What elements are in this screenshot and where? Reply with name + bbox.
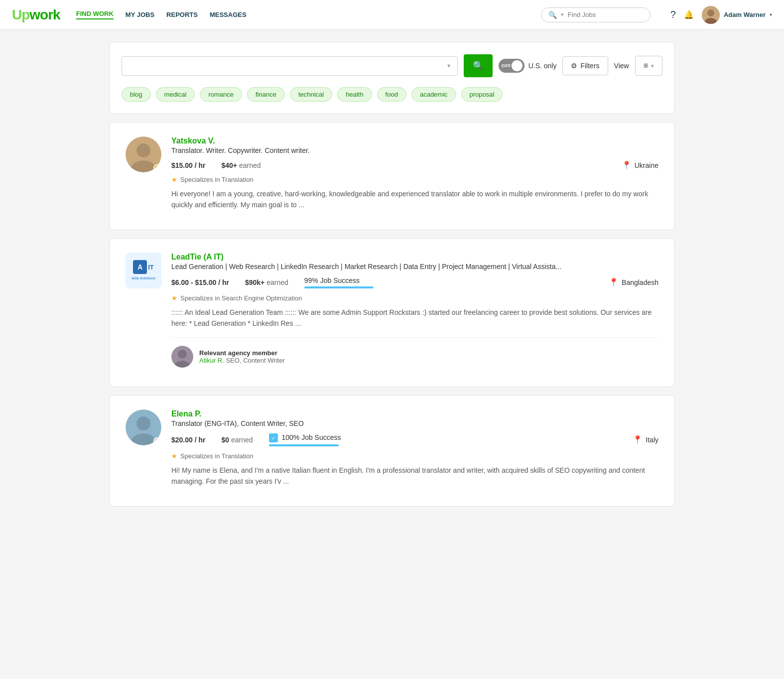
shield-icon: ✓ [269, 433, 278, 442]
agency-logo-leadtie: A IT Atik Infotech [126, 253, 161, 288]
search-button[interactable]: 🔍 [464, 54, 493, 77]
freelancer-name-leadtie[interactable]: LeadTie (A IT) [171, 253, 658, 262]
location-elena: 📍 Italy [633, 435, 658, 444]
view-label: View [614, 62, 629, 70]
tag-finance[interactable]: finance [247, 87, 285, 102]
toggle-knob [512, 60, 523, 71]
star-icon-elena: ★ [171, 452, 177, 460]
nav-my-jobs[interactable]: MY JOBS [126, 11, 154, 18]
rate-leadtie: $6.00 - $15.00 / hr [171, 278, 229, 286]
freelancer-name-elena[interactable]: Elena P. [171, 409, 658, 418]
tag-proposal[interactable]: proposal [461, 87, 503, 102]
card-info-leadtie: LeadTie (A IT) Lead Generation | Web Res… [171, 253, 658, 368]
earned-elena: $0 earned [222, 436, 253, 444]
filters-label: Filters [580, 62, 599, 70]
card-header-elena: Elena P. Translator (ENG-ITA), Content W… [126, 409, 658, 487]
specializes-leadtie: ★ Specializes in Search Engine Optimizat… [171, 294, 658, 302]
nav-reports[interactable]: REPORTS [166, 11, 198, 18]
earned-yatskova: $40+ earned [222, 161, 261, 169]
help-button[interactable]: ? [670, 9, 676, 20]
agency-member-avatar-leadtie [171, 346, 193, 368]
tag-academic[interactable]: academic [411, 87, 456, 102]
specializes-text-leadtie: Specializes in Search Engine Optimizatio… [180, 294, 302, 302]
specializes-text-elena: Specializes in Translation [180, 452, 254, 460]
freelancer-title-leadtie: Lead Generation | Web Research | LinkedI… [171, 263, 658, 271]
tag-blog[interactable]: blog [122, 87, 151, 102]
status-dot-yatskova [153, 164, 160, 171]
nav-search-input[interactable] [568, 11, 643, 18]
job-success-elena: ✓ 100% Job Success [269, 433, 341, 447]
job-success-label-leadtie: 99% Job Success [304, 276, 360, 284]
freelancer-avatar-yatskova [126, 136, 161, 172]
agency-member-label-leadtie: Relevant agency member [199, 349, 285, 357]
filters-icon: ⚙ [571, 62, 577, 70]
freelancer-avatar-elena [126, 409, 161, 445]
agency-member-leadtie: Relevant agency member Atikur R. SEO, Co… [171, 337, 658, 368]
card-header-leadtie: A IT Atik Infotech LeadTie (A IT) Lead G… [126, 253, 658, 368]
navbar: Upwork FIND WORK MY JOBS REPORTS MESSAGE… [0, 0, 784, 30]
us-only-toggle[interactable]: OFF [499, 59, 524, 73]
search-button-icon: 🔍 [473, 60, 484, 71]
specializes-text-yatskova: Specializes in Translation [180, 176, 254, 183]
star-icon-yatskova: ★ [171, 176, 177, 183]
search-input[interactable]: content writer [129, 62, 447, 70]
nav-find-work[interactable]: FIND WORK [76, 10, 114, 19]
tags-row: blogmedicalromancefinancetechnicalhealth… [122, 87, 662, 102]
specializes-elena: ★ Specializes in Translation [171, 452, 658, 460]
agency-member-name-role: Atikur R. SEO, Content Writer [199, 357, 285, 364]
job-success-leadtie: 99% Job Success [304, 276, 374, 288]
location-icon-yatskova: 📍 [622, 160, 632, 170]
job-success-bar-leadtie [304, 286, 374, 288]
nav-search-box[interactable]: 🔍 ▾ [541, 7, 651, 22]
search-container: content writer ▾ 🔍 OFF U.S. only ⚙ Filte… [109, 42, 675, 114]
job-success-label-elena: ✓ 100% Job Success [269, 433, 341, 443]
toggle-label: OFF [502, 63, 512, 68]
nav-search-icon: 🔍 [548, 11, 557, 19]
job-success-bar-wrap-elena [269, 444, 339, 446]
search-input-wrap[interactable]: content writer ▾ [122, 56, 458, 76]
card-info-elena: Elena P. Translator (ENG-ITA), Content W… [171, 409, 658, 487]
svg-point-4 [136, 143, 150, 157]
user-avatar [702, 6, 720, 24]
agency-member-role-leadtie: SEO, Content Writer [226, 357, 284, 364]
location-label-leadtie: Bangladesh [622, 278, 658, 286]
card-info-yatskova: Yatskova V. Translator. Writer. Copywrit… [171, 136, 658, 211]
user-name: Adam Warner [724, 11, 766, 18]
job-success-bar-wrap-leadtie [304, 286, 374, 288]
search-dropdown-icon[interactable]: ▾ [447, 62, 450, 69]
card-header-yatskova: Yatskova V. Translator. Writer. Copywrit… [126, 136, 658, 211]
status-dot-elena [153, 437, 160, 444]
location-label-elena: Italy [646, 436, 658, 444]
freelancer-title-yatskova: Translator. Writer. Copywriter. Content … [171, 146, 658, 154]
rate-elena: $20.00 / hr [171, 436, 206, 444]
view-toggle[interactable]: ≡ ▾ [635, 56, 662, 76]
svg-point-7 [178, 350, 187, 359]
user-menu[interactable]: Adam Warner ▾ [702, 6, 772, 24]
upwork-logo[interactable]: Upwork [12, 7, 60, 23]
svg-point-10 [136, 416, 150, 430]
freelancer-name-yatskova[interactable]: Yatskova V. [171, 136, 658, 145]
tag-romance[interactable]: romance [200, 87, 242, 102]
main-content: content writer ▾ 🔍 OFF U.S. only ⚙ Filte… [93, 30, 691, 519]
location-leadtie: 📍 Bangladesh [609, 277, 658, 287]
tag-technical[interactable]: technical [290, 87, 332, 102]
freelancer-card-leadtie: A IT Atik Infotech LeadTie (A IT) Lead G… [109, 238, 675, 387]
location-label-yatskova: Ukraine [635, 161, 658, 169]
notifications-button[interactable]: 🔔 [684, 10, 694, 19]
view-chevron: ▾ [651, 63, 654, 69]
svg-point-1 [707, 9, 714, 16]
search-row: content writer ▾ 🔍 OFF U.S. only ⚙ Filte… [122, 54, 662, 77]
freelancer-title-elena: Translator (ENG-ITA), Content Writer, SE… [171, 419, 658, 427]
toggle-wrap: OFF U.S. only [499, 59, 557, 73]
card-meta-yatskova: $15.00 / hr $40+ earned 📍 Ukraine [171, 160, 658, 170]
freelancer-card-elena: Elena P. Translator (ENG-ITA), Content W… [109, 395, 675, 507]
tag-health[interactable]: health [337, 87, 372, 102]
agency-member-info-leadtie: Relevant agency member Atikur R. SEO, Co… [199, 349, 285, 364]
tag-food[interactable]: food [377, 87, 406, 102]
filters-button[interactable]: ⚙ Filters [562, 56, 608, 75]
freelancer-card-yatskova: Yatskova V. Translator. Writer. Copywrit… [109, 122, 675, 230]
tag-medical[interactable]: medical [156, 87, 195, 102]
nav-messages[interactable]: MESSAGES [210, 11, 247, 18]
agency-member-name-leadtie[interactable]: Atikur R. [199, 357, 224, 364]
location-yatskova: 📍 Ukraine [622, 160, 658, 170]
